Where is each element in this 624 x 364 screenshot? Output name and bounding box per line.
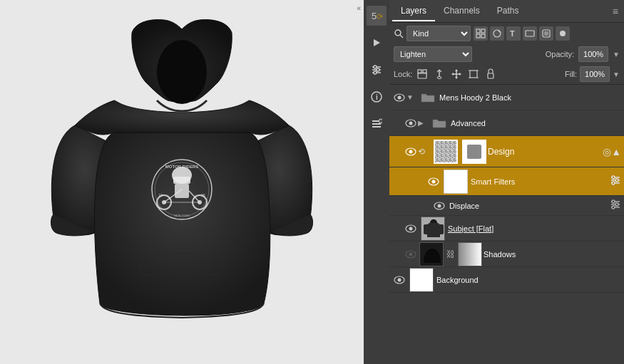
layer-name: Mens Hoody 2 Black [439, 93, 621, 102]
svg-point-25 [374, 71, 377, 74]
opacity-input[interactable] [578, 46, 608, 62]
tab-layers[interactable]: Layers [392, 1, 435, 21]
svg-point-43 [560, 31, 566, 36]
svg-point-23 [374, 66, 377, 68]
layer-thumbnail [409, 268, 434, 292]
svg-rect-36 [476, 34, 480, 38]
svg-point-0 [157, 40, 207, 104]
svg-marker-51 [455, 69, 458, 71]
svg-point-24 [377, 68, 379, 71]
lock-artboard-button[interactable] [466, 67, 481, 81]
collapse-left-icon[interactable]: « [357, 4, 361, 12]
svg-point-81 [615, 203, 618, 206]
svg-rect-29 [372, 123, 381, 125]
svg-point-48 [437, 77, 441, 79]
tab-channels[interactable]: Channels [435, 1, 489, 21]
panel-menu-button[interactable]: ≡ [610, 3, 621, 20]
filter-settings-icon[interactable] [610, 199, 621, 212]
visibility-toggle[interactable] [404, 222, 418, 236]
layer-name: Design [488, 147, 603, 157]
svg-point-76 [438, 204, 441, 207]
expand-arrow-icon[interactable]: ▼ [406, 93, 418, 101]
play-tool[interactable] [367, 33, 387, 53]
hoodie-preview: MOTOR RIDERS 19 95 NEW YORK [0, 0, 364, 364]
filter-row: Kind T [389, 23, 624, 44]
visibility-toggle[interactable] [432, 199, 446, 213]
svg-rect-30 [372, 126, 381, 128]
lock-pixel-button[interactable] [415, 67, 429, 81]
svg-rect-34 [476, 29, 480, 33]
filter-pixel-icon[interactable] [474, 26, 488, 41]
svg-rect-60 [488, 73, 493, 78]
search-icon [394, 28, 404, 38]
svg-point-84 [409, 227, 413, 230]
expand-arrow-icon[interactable]: ▶ [418, 119, 429, 127]
fill-arrow-icon[interactable]: ▼ [613, 71, 620, 78]
svg-marker-54 [459, 73, 461, 76]
chain-link-icon: ⛓ [446, 249, 455, 259]
smart-filter-mask [444, 170, 468, 194]
visibility-toggle[interactable] [404, 116, 418, 130]
layer-mask-thumbnail [458, 242, 482, 266]
layer-row[interactable]: ▼ Mens Hoody 2 Black [389, 85, 624, 110]
folder-icon [432, 117, 448, 130]
fill-input[interactable] [580, 66, 610, 82]
history-brush-tool[interactable]: 5 ⟳ [367, 6, 387, 26]
filter-smart-icon[interactable] [539, 26, 553, 41]
svg-point-66 [409, 150, 413, 153]
svg-point-62 [398, 95, 401, 99]
layer-row[interactable]: Smart Filters [389, 167, 624, 196]
filter-dot-icon[interactable] [556, 26, 570, 41]
filter-type-icon[interactable]: T [506, 26, 521, 41]
svg-marker-19 [374, 39, 380, 46]
opacity-arrow-icon[interactable]: ▼ [613, 51, 620, 58]
layer-row[interactable]: ⟲ Design ◎ ▲ [389, 136, 624, 167]
svg-text:⟳: ⟳ [377, 12, 383, 21]
tab-paths[interactable]: Paths [489, 1, 528, 21]
svg-rect-37 [481, 34, 485, 38]
info-tool[interactable]: i [367, 87, 387, 107]
folder-icon [421, 91, 436, 104]
svg-point-74 [612, 182, 615, 184]
layer-row[interactable]: Subject [Flat] [389, 216, 624, 241]
svg-text:95: 95 [201, 193, 205, 197]
visibility-toggle[interactable] [404, 247, 418, 261]
layers-comp-tool[interactable] [367, 114, 387, 134]
layer-row[interactable]: ▶ Advanced [389, 110, 624, 136]
filter-adjustment-icon[interactable] [490, 26, 504, 41]
visibility-toggle[interactable] [404, 145, 418, 159]
left-toolbar: 5 ⟳ i [364, 0, 389, 364]
blend-mode-select[interactable]: Lighten [394, 46, 472, 62]
fill-label: Fill: [565, 70, 577, 78]
svg-text:NEW YORK: NEW YORK [174, 214, 190, 217]
lock-all-button[interactable] [484, 67, 498, 81]
svg-point-31 [379, 119, 382, 123]
visibility-toggle[interactable] [392, 273, 406, 287]
svg-text:i: i [376, 93, 378, 101]
layer-name: Shadows [484, 250, 621, 259]
filter-sliders-tool[interactable] [367, 60, 387, 80]
layer-row[interactable]: Displace [389, 196, 624, 216]
layer-name: Subject [Flat] [448, 224, 621, 233]
svg-rect-42 [544, 31, 548, 36]
kind-filter-select[interactable]: Kind [406, 26, 471, 41]
visibility-toggle[interactable] [426, 175, 441, 189]
layer-link-icon[interactable]: ⟲ [418, 147, 429, 157]
layer-name: Advanced [451, 119, 621, 128]
svg-point-32 [395, 30, 401, 36]
svg-point-92 [398, 278, 401, 281]
filter-settings-icon[interactable] [610, 175, 621, 187]
layer-row[interactable]: ⛓ Shadows [389, 241, 624, 267]
lock-position-button[interactable] [449, 67, 464, 81]
filter-shape-icon[interactable] [523, 26, 537, 41]
lock-paint-button[interactable] [432, 67, 446, 81]
lock-label: Lock: [394, 70, 412, 78]
svg-text:MOTOR RIDERS: MOTOR RIDERS [165, 165, 199, 169]
svg-point-68 [432, 180, 436, 183]
layer-options-icon[interactable]: ◎ [603, 146, 611, 157]
layer-expand-icon[interactable]: ▲ [611, 146, 621, 157]
visibility-toggle[interactable] [392, 90, 406, 105]
layer-row[interactable]: Background [389, 267, 624, 293]
layer-name: Background [436, 276, 621, 284]
svg-rect-87 [438, 224, 444, 234]
